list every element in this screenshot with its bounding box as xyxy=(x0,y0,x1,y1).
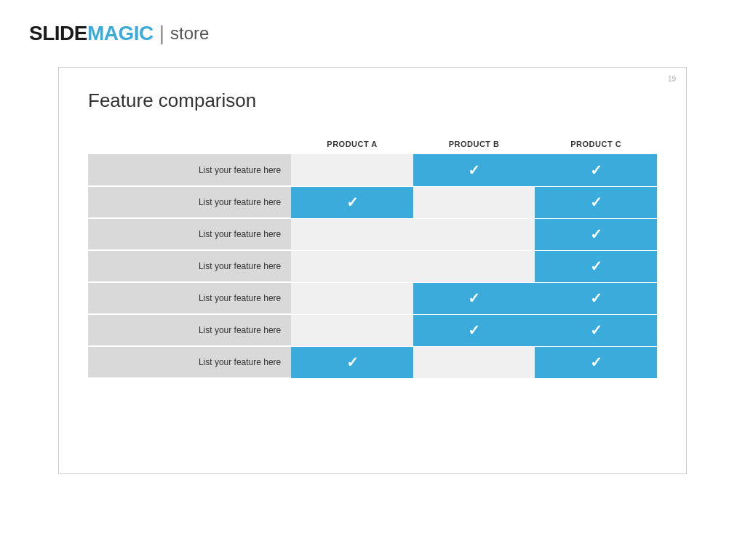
logo-store: store xyxy=(170,23,209,44)
feature-label: List your feature here xyxy=(88,250,291,282)
table-row: List your feature here✓ xyxy=(88,218,657,250)
cell-product-c: ✓ xyxy=(535,346,657,378)
cell-product-b xyxy=(413,186,535,218)
cell-product-a xyxy=(291,282,413,314)
table-row: List your feature here✓✓ xyxy=(88,346,657,378)
comparison-table: PRODUCT A PRODUCT B PRODUCT C List your … xyxy=(88,134,657,379)
table-row: List your feature here✓✓ xyxy=(88,282,657,314)
logo-magic: MAGIC xyxy=(87,22,154,45)
check-icon: ✓ xyxy=(468,290,480,306)
feature-label: List your feature here xyxy=(88,186,291,218)
check-icon: ✓ xyxy=(468,322,480,338)
cell-product-b xyxy=(413,218,535,250)
check-icon: ✓ xyxy=(590,322,602,338)
cell-product-a: ✓ xyxy=(291,186,413,218)
check-icon: ✓ xyxy=(590,354,602,370)
check-icon: ✓ xyxy=(590,226,602,242)
cell-product-c: ✓ xyxy=(535,250,657,282)
cell-product-c: ✓ xyxy=(535,218,657,250)
cell-product-a: ✓ xyxy=(291,346,413,378)
table-row: List your feature here✓✓ xyxy=(88,314,657,346)
slide-container: 19 Feature comparison PRODUCT A PRODUCT … xyxy=(58,67,687,474)
cell-product-c: ✓ xyxy=(535,282,657,314)
feature-label: List your feature here xyxy=(88,218,291,250)
table-row: List your feature here✓✓ xyxy=(88,186,657,218)
feature-label: List your feature here xyxy=(88,346,291,378)
check-icon: ✓ xyxy=(346,354,359,370)
logo: SLIDEMAGIC|store xyxy=(29,22,716,45)
check-icon: ✓ xyxy=(590,194,602,210)
cell-product-b xyxy=(413,346,535,378)
col-header-product-c: PRODUCT C xyxy=(535,134,657,154)
feature-label: List your feature here xyxy=(88,154,291,186)
feature-label: List your feature here xyxy=(88,282,291,314)
logo-separator: | xyxy=(159,22,164,45)
check-icon: ✓ xyxy=(346,194,359,210)
table-row: List your feature here✓✓ xyxy=(88,154,657,186)
slide-number: 19 xyxy=(668,75,676,83)
col-header-product-a: PRODUCT A xyxy=(291,134,413,154)
cell-product-b: ✓ xyxy=(413,282,535,314)
logo-slide: SLIDE xyxy=(29,22,87,45)
header: SLIDEMAGIC|store xyxy=(0,0,745,60)
cell-product-c: ✓ xyxy=(535,186,657,218)
cell-product-c: ✓ xyxy=(535,154,657,186)
check-icon: ✓ xyxy=(468,162,480,178)
cell-product-c: ✓ xyxy=(535,314,657,346)
cell-product-b xyxy=(413,250,535,282)
cell-product-a xyxy=(291,154,413,186)
col-header-product-b: PRODUCT B xyxy=(413,134,535,154)
cell-product-a xyxy=(291,218,413,250)
col-header-feature xyxy=(88,134,291,154)
table-row: List your feature here✓ xyxy=(88,250,657,282)
check-icon: ✓ xyxy=(590,162,602,178)
cell-product-a xyxy=(291,250,413,282)
check-icon: ✓ xyxy=(590,290,602,306)
slide-title: Feature comparison xyxy=(88,89,657,112)
check-icon: ✓ xyxy=(590,258,602,274)
cell-product-a xyxy=(291,314,413,346)
cell-product-b: ✓ xyxy=(413,314,535,346)
feature-label: List your feature here xyxy=(88,314,291,346)
cell-product-b: ✓ xyxy=(413,154,535,186)
